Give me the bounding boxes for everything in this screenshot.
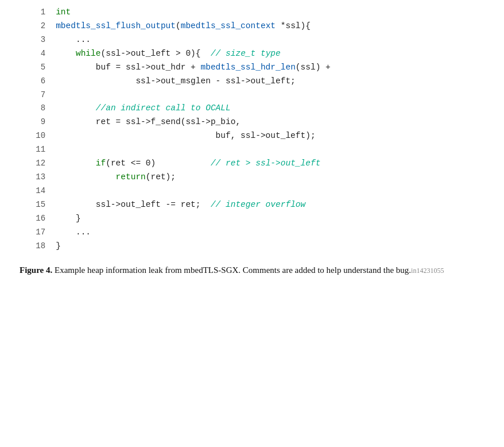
- line-code: buf = ssl->out_hdr + mbedtls_ssl_hdr_len…: [56, 61, 487, 75]
- line-number: 18: [17, 240, 56, 253]
- code-block: 1int2mbedtls_ssl_flush_output(mbedtls_ss…: [17, 6, 487, 253]
- table-row: 14: [17, 184, 487, 198]
- table-row: 5 buf = ssl->out_hdr + mbedtls_ssl_hdr_l…: [17, 61, 487, 75]
- arxiv-id: in14231055: [411, 267, 444, 275]
- table-row: 6 ssl->out_msglen - ssl->out_left;: [17, 75, 487, 88]
- line-code: ssl->out_left -= ret; // integer overflo…: [56, 198, 487, 212]
- line-code: buf, ssl->out_left);: [56, 129, 487, 143]
- line-number: 7: [17, 88, 56, 102]
- line-code: mbedtls_ssl_flush_output(mbedtls_ssl_con…: [56, 20, 487, 33]
- line-code: }: [56, 212, 487, 226]
- line-number: 4: [17, 47, 56, 61]
- line-number: 10: [17, 129, 56, 143]
- line-number: 6: [17, 75, 56, 88]
- table-row: 8 //an indirect call to OCALL: [17, 102, 487, 115]
- line-code: ...: [56, 33, 487, 47]
- code-table: 1int2mbedtls_ssl_flush_output(mbedtls_ss…: [17, 6, 487, 253]
- line-code: while(ssl->out_left > 0){ // size_t type: [56, 47, 487, 61]
- figure-label: Figure 4.: [20, 265, 52, 275]
- table-row: 9 ret = ssl->f_send(ssl->p_bio,: [17, 115, 487, 129]
- table-row: 3 ...: [17, 33, 487, 47]
- line-code: ...: [56, 226, 487, 240]
- line-code: [56, 88, 487, 102]
- line-code: if(ret <= 0) // ret > ssl->out_left: [56, 157, 487, 171]
- line-number: 2: [17, 20, 56, 33]
- line-code: return(ret);: [56, 171, 487, 184]
- table-row: 16 }: [17, 212, 487, 226]
- line-number: 14: [17, 184, 56, 198]
- table-row: 10 buf, ssl->out_left);: [17, 129, 487, 143]
- table-row: 17 ...: [17, 226, 487, 240]
- line-number: 17: [17, 226, 56, 240]
- table-row: 4 while(ssl->out_left > 0){ // size_t ty…: [17, 47, 487, 61]
- line-code: //an indirect call to OCALL: [56, 102, 487, 115]
- line-code: }: [56, 240, 487, 253]
- line-number: 15: [17, 198, 56, 212]
- table-row: 11: [17, 143, 487, 157]
- table-row: 12 if(ret <= 0) // ret > ssl->out_left: [17, 157, 487, 171]
- line-code: ret = ssl->f_send(ssl->p_bio,: [56, 115, 487, 129]
- table-row: 15 ssl->out_left -= ret; // integer over…: [17, 198, 487, 212]
- figure-caption: Figure 4. Example heap information leak …: [17, 264, 487, 277]
- main-container: 1int2mbedtls_ssl_flush_output(mbedtls_ss…: [0, 0, 504, 288]
- line-code: int: [56, 6, 487, 20]
- line-number: 1: [17, 6, 56, 20]
- table-row: 7: [17, 88, 487, 102]
- table-row: 13 return(ret);: [17, 171, 487, 184]
- table-row: 18}: [17, 240, 487, 253]
- line-number: 3: [17, 33, 56, 47]
- line-number: 5: [17, 61, 56, 75]
- line-number: 11: [17, 143, 56, 157]
- caption-text: Example heap information leak from mbedT…: [52, 265, 411, 275]
- line-code: ssl->out_msglen - ssl->out_left;: [56, 75, 487, 88]
- line-number: 16: [17, 212, 56, 226]
- line-number: 9: [17, 115, 56, 129]
- line-code: [56, 143, 487, 157]
- table-row: 2mbedtls_ssl_flush_output(mbedtls_ssl_co…: [17, 20, 487, 33]
- line-number: 8: [17, 102, 56, 115]
- table-row: 1int: [17, 6, 487, 20]
- line-number: 12: [17, 157, 56, 171]
- line-number: 13: [17, 171, 56, 184]
- line-code: [56, 184, 487, 198]
